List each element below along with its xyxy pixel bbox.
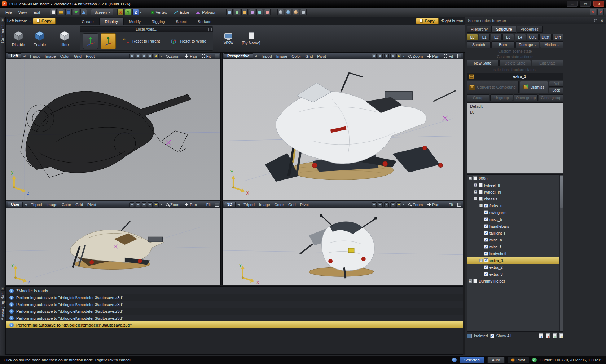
tree-row[interactable]: misc_a xyxy=(467,236,563,243)
zoom-button[interactable]: Zoom xyxy=(406,203,425,207)
state-list-item[interactable]: Default xyxy=(467,103,563,109)
group-action-button[interactable]: Ungroup xyxy=(490,94,513,101)
state-action-button[interactable]: Edit State xyxy=(532,60,563,66)
navigation-icon[interactable] xyxy=(452,358,457,362)
texture-mode-icon[interactable] xyxy=(148,202,153,207)
viewport-menu-item[interactable]: Image xyxy=(44,203,60,207)
cylinder-tool-icon[interactable] xyxy=(285,9,291,15)
select-mode-icon[interactable] xyxy=(372,54,377,58)
tree-scrollbar[interactable] xyxy=(559,175,563,331)
select-mode-icon[interactable] xyxy=(372,202,377,207)
close-button[interactable]: × xyxy=(593,1,604,7)
pan-button[interactable]: Pan xyxy=(183,54,199,58)
node-checkbox[interactable] xyxy=(473,176,477,180)
fit-button[interactable]: Fit xyxy=(442,203,455,207)
pan-button[interactable]: Pan xyxy=(425,54,442,58)
show-all-checkbox[interactable] xyxy=(490,334,494,338)
log-message[interactable]: i Performing autosave to "d:\logiciel\zm… xyxy=(6,321,463,328)
new-file-icon[interactable] xyxy=(50,9,57,15)
maximize-viewport-icon[interactable] xyxy=(215,54,219,58)
viewport-collapse-icon[interactable]: ◀ xyxy=(25,203,27,206)
states-listbox[interactable]: DefaultL0 xyxy=(467,102,563,173)
viewport-menu-item[interactable]: Color xyxy=(289,54,303,58)
close-messaging-bar-icon[interactable]: × xyxy=(1,287,5,291)
del-button[interactable]: Del xyxy=(549,81,563,87)
light-icon[interactable] xyxy=(154,54,159,58)
texture-mode-icon[interactable] xyxy=(148,54,153,58)
viewport-menu-item[interactable]: Grid xyxy=(72,54,84,58)
torus-tool-icon[interactable] xyxy=(293,9,299,15)
viewport-name-tab[interactable]: User xyxy=(8,202,23,207)
lod-button[interactable]: Dirt xyxy=(552,34,563,40)
screen-selector[interactable]: Screen▾ xyxy=(91,9,113,15)
open-file-icon[interactable] xyxy=(58,9,64,15)
texture-mode-icon[interactable] xyxy=(390,202,395,207)
axis-x-toggle[interactable]: X xyxy=(117,9,124,15)
log-message[interactable]: i ZModeler is ready. xyxy=(6,287,463,294)
viewport-name-tab[interactable]: Perspective xyxy=(224,53,253,59)
show-button[interactable]: Show xyxy=(219,26,238,51)
move-tool-icon[interactable] xyxy=(226,9,233,15)
draw-mode-icon[interactable] xyxy=(136,54,140,58)
maximize-viewport-icon[interactable] xyxy=(215,203,219,207)
paint-state-button[interactable]: Burn xyxy=(491,41,515,48)
dialog-launcher-icon[interactable] xyxy=(208,28,212,31)
lock-button[interactable]: Lock xyxy=(549,88,563,93)
left-button-action[interactable]: Copy xyxy=(33,18,56,24)
node-checkbox[interactable] xyxy=(484,217,488,221)
draw-mode-icon[interactable] xyxy=(378,202,383,207)
sphere-tool-icon[interactable] xyxy=(277,9,284,15)
tree-row[interactable]: Dummy Helper xyxy=(467,278,563,284)
state-list-item[interactable]: L0 xyxy=(467,109,563,115)
lod-button[interactable]: L1 xyxy=(479,34,490,40)
shade-mode-icon[interactable] xyxy=(142,54,146,58)
viewport-collapse-icon[interactable]: ◀ xyxy=(255,54,257,58)
viewport-menu-item[interactable]: Grid xyxy=(286,203,298,207)
viewport-menu-item[interactable]: Color xyxy=(58,54,72,58)
node-checkbox[interactable] xyxy=(484,272,488,276)
viewport-menu-item[interactable]: Color xyxy=(272,203,286,207)
show-by-name-button[interactable]: [By Name] xyxy=(240,26,262,51)
viewport-menu-item[interactable]: Pivot xyxy=(85,203,98,207)
axes-mode-active-button[interactable] xyxy=(101,33,116,49)
tree-row[interactable]: misc_b xyxy=(467,216,563,223)
menu-item[interactable]: File xyxy=(2,9,15,15)
delete-all-icon[interactable]: × xyxy=(597,9,604,15)
close-command-bar-icon[interactable]: × xyxy=(1,18,5,22)
fit-button[interactable]: Fit xyxy=(199,54,213,58)
ribbon-tab[interactable]: Modify xyxy=(124,18,146,25)
viewport-menu-item[interactable]: Tripod xyxy=(259,54,274,58)
edge-mode-button[interactable]: Edge xyxy=(171,9,192,15)
zoom-button[interactable]: Zoom xyxy=(164,54,183,58)
state-action-button[interactable]: New State xyxy=(467,60,499,66)
tree-row[interactable]: [wheel_f] xyxy=(467,182,563,188)
convert-to-compound-button[interactable]: Convert to Compound xyxy=(467,81,519,93)
expand-icon[interactable] xyxy=(474,197,477,200)
hide-button[interactable]: Hide xyxy=(55,26,74,51)
isolated-label[interactable]: Isolated xyxy=(474,334,488,338)
tree-row[interactable]: chassis xyxy=(467,195,563,202)
paint-state-button[interactable]: Motion xyxy=(540,41,564,48)
node-checkbox[interactable] xyxy=(479,190,483,194)
select-mode-icon[interactable] xyxy=(129,202,134,207)
chevron-down-icon[interactable]: ▾ xyxy=(140,11,141,14)
ribbon-tab[interactable]: Select xyxy=(170,18,192,25)
axes-mode-button[interactable] xyxy=(83,33,98,49)
weld-tool-icon[interactable] xyxy=(264,9,271,15)
log-message[interactable]: i Performing autosave to "d:\logiciel\zm… xyxy=(6,294,463,301)
node-checkbox[interactable] xyxy=(484,265,488,269)
log-message[interactable]: i Performing autosave to "d:\logiciel\zm… xyxy=(6,308,463,315)
node-checkbox[interactable] xyxy=(484,238,488,242)
minimize-button[interactable]: ─ xyxy=(567,1,578,7)
fit-button[interactable]: Fit xyxy=(199,203,213,207)
group-action-button[interactable]: Open group xyxy=(514,94,538,101)
dismiss-button[interactable]: Dismiss xyxy=(520,81,548,93)
node-checkbox[interactable] xyxy=(484,252,488,256)
viewport-name-tab[interactable]: 3D xyxy=(224,202,236,207)
viewport-canvas-user[interactable]: Y Z xyxy=(6,208,220,285)
expand-icon[interactable] xyxy=(479,204,483,207)
pin-icon[interactable] xyxy=(594,19,597,22)
expand-icon[interactable] xyxy=(474,183,477,187)
chevron-down-icon[interactable]: ▾ xyxy=(161,54,162,58)
log-message[interactable]: i Performing autosave to "d:\logiciel\zm… xyxy=(6,315,463,321)
